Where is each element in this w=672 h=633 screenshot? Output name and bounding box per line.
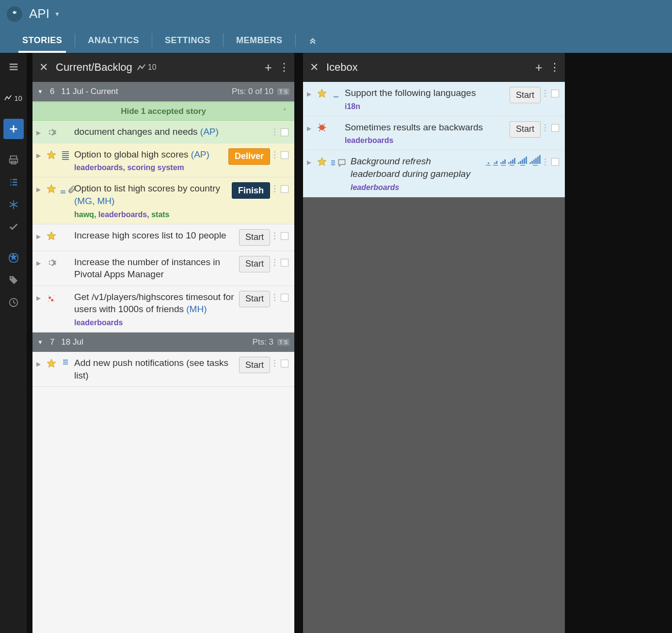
- story-row[interactable]: ▶ Option to list high scores by country …: [32, 177, 294, 224]
- story-row[interactable]: ▶ Get /v1/players/highscores timesout fo…: [32, 286, 294, 332]
- history-icon[interactable]: [3, 292, 24, 313]
- done-icon[interactable]: [3, 217, 24, 237]
- iteration-header[interactable]: ▼ 7 18 Jul Pts: 3 T S: [32, 332, 294, 352]
- app-logo[interactable]: [7, 6, 22, 22]
- expand-icon[interactable]: ▶: [36, 260, 42, 267]
- estimate-picker[interactable]: [486, 155, 541, 166]
- drag-handle[interactable]: [274, 232, 277, 239]
- chore-icon: [46, 257, 57, 268]
- select-checkbox[interactable]: [551, 90, 559, 97]
- svg-rect-1: [9, 159, 17, 162]
- select-checkbox[interactable]: [281, 185, 288, 193]
- story-labels[interactable]: hawq, leaderboards, stats: [74, 210, 228, 219]
- drag-handle[interactable]: [544, 158, 547, 166]
- story-labels[interactable]: i18n: [345, 102, 360, 111]
- story-title: Option to list high scores by country (M…: [74, 182, 228, 207]
- story-owners: (MH): [186, 304, 207, 314]
- iteration-label: 11 Jul - Current: [61, 87, 118, 96]
- iteration-number: 6: [50, 87, 54, 96]
- collapse-icon[interactable]: [296, 28, 330, 53]
- story-title: document changes and needs (AP): [74, 126, 270, 138]
- story-labels[interactable]: leaderboards: [345, 136, 393, 144]
- story-row[interactable]: ▶ Sometimes results are backwards leader…: [303, 116, 565, 151]
- drag-handle[interactable]: [544, 124, 547, 131]
- story-row[interactable]: ▶ Background refresh leaderboard during …: [303, 150, 565, 197]
- close-icon[interactable]: ✕: [310, 61, 319, 74]
- expand-icon[interactable]: ▶: [36, 152, 42, 159]
- top-header: API ▼: [0, 0, 672, 28]
- tab-analytics[interactable]: ANALYTICS: [75, 28, 152, 53]
- chore-icon: [46, 127, 57, 138]
- labels-icon[interactable]: [3, 270, 24, 290]
- deliver-button[interactable]: Deliver: [228, 148, 270, 165]
- story-row[interactable]: ▶ document changes and needs (AP): [32, 121, 294, 143]
- story-row[interactable]: ▶ Increase high scores list to 10 people…: [32, 224, 294, 251]
- story-labels[interactable]: leaderboards: [74, 318, 123, 327]
- ts-badge[interactable]: T S: [277, 339, 289, 346]
- select-checkbox[interactable]: [551, 158, 559, 166]
- menu-icon[interactable]: ⋮: [279, 61, 289, 74]
- select-checkbox[interactable]: [281, 128, 288, 136]
- chevron-down-icon[interactable]: ▼: [54, 11, 60, 17]
- menu-icon[interactable]: ⋮: [549, 61, 560, 74]
- start-button[interactable]: Start: [239, 229, 270, 246]
- story-labels[interactable]: leaderboards: [351, 183, 399, 191]
- tab-settings[interactable]: SETTINGS: [152, 28, 223, 53]
- story-row[interactable]: ▶ Option to global high scores (AP) lead…: [32, 143, 294, 178]
- select-checkbox[interactable]: [281, 151, 288, 159]
- expand-icon[interactable]: ▶: [307, 91, 313, 97]
- drag-handle[interactable]: [274, 151, 277, 158]
- finish-button[interactable]: Finish: [232, 182, 270, 199]
- expand-icon[interactable]: ▶: [36, 129, 42, 136]
- start-button[interactable]: Start: [239, 256, 270, 272]
- epics-icon[interactable]: [3, 248, 24, 268]
- list-icon[interactable]: [3, 172, 24, 192]
- icebox-icon[interactable]: [3, 194, 24, 215]
- feature-icon: [46, 150, 57, 160]
- expand-icon[interactable]: ▶: [36, 186, 42, 193]
- hamburger-icon[interactable]: [3, 57, 24, 77]
- select-checkbox[interactable]: [281, 294, 288, 301]
- drag-handle[interactable]: [274, 128, 277, 136]
- add-icon[interactable]: +: [265, 60, 272, 75]
- expand-icon[interactable]: ▶: [36, 361, 42, 367]
- expand-icon[interactable]: ▶: [36, 295, 42, 301]
- story-labels[interactable]: leaderboards, scoring system: [74, 163, 184, 172]
- add-story-button[interactable]: [3, 119, 24, 139]
- select-checkbox[interactable]: [551, 124, 559, 132]
- drag-handle[interactable]: [274, 294, 277, 301]
- select-checkbox[interactable]: [281, 259, 288, 267]
- expand-icon[interactable]: ▶: [36, 233, 42, 240]
- panel-backlog: ✕ Current/Backlog 10 + ⋮: [32, 53, 294, 633]
- drag-handle[interactable]: [274, 185, 277, 192]
- velocity-indicator[interactable]: 10: [3, 88, 24, 108]
- hide-accepted-toggle[interactable]: Hide 1 accepted story ˄: [32, 101, 294, 121]
- start-button[interactable]: Start: [239, 291, 270, 307]
- expand-icon[interactable]: ▶: [307, 159, 313, 166]
- expand-icon[interactable]: ▶: [307, 125, 313, 132]
- velocity-value: 10: [14, 94, 22, 102]
- add-icon[interactable]: +: [535, 60, 543, 75]
- tab-members[interactable]: MEMBERS: [224, 28, 295, 53]
- drag-handle[interactable]: [274, 360, 277, 367]
- story-owners: (AP): [191, 149, 209, 159]
- select-checkbox[interactable]: [281, 360, 288, 367]
- select-checkbox[interactable]: [281, 232, 288, 240]
- tab-stories[interactable]: STORIES: [10, 28, 75, 53]
- project-name[interactable]: API: [29, 6, 49, 21]
- drag-handle[interactable]: [274, 259, 277, 266]
- feature-icon: [317, 157, 327, 167]
- start-button[interactable]: Start: [510, 87, 541, 103]
- story-row[interactable]: ▶ Increase the number of instances in Pi…: [32, 251, 294, 286]
- panel-title: Current/Backlog: [56, 61, 132, 74]
- drag-handle[interactable]: [544, 90, 547, 97]
- start-button[interactable]: Start: [239, 357, 270, 373]
- print-icon[interactable]: [3, 150, 24, 170]
- start-button[interactable]: Start: [510, 121, 541, 138]
- ts-badge[interactable]: T S: [277, 88, 289, 95]
- story-row[interactable]: ▶ Add new push notifications (see tasks …: [32, 352, 294, 387]
- iteration-header[interactable]: ▼ 6 11 Jul - Current Pts: 0 of 10 T S: [32, 82, 294, 101]
- story-row[interactable]: ▶ Support the following languages i18n S…: [303, 82, 565, 116]
- close-icon[interactable]: ✕: [39, 61, 48, 74]
- iteration-points: Pts: 3: [253, 337, 273, 347]
